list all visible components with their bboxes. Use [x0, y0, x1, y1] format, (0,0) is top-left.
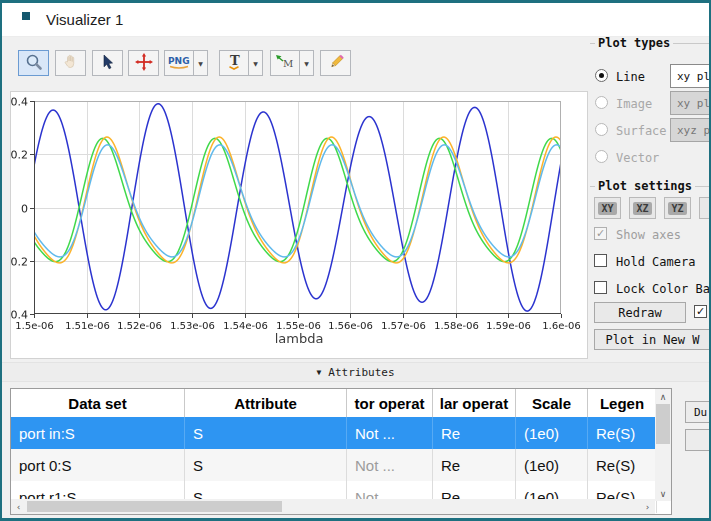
show-axes-label: Show axes — [616, 228, 681, 242]
x-axis-label: lambda — [11, 331, 587, 346]
scroll-down-arrow[interactable]: ∨ — [655, 486, 671, 501]
chevron-down-icon: ▼ — [253, 60, 258, 67]
table-cell: Re(S) — [588, 417, 657, 449]
export-png-dropdown[interactable]: ▼ — [193, 50, 208, 76]
pencil-icon — [327, 53, 345, 74]
table-cell: Re(S) — [588, 449, 657, 481]
plot-in-new-window-button[interactable]: Plot in New W — [594, 329, 711, 350]
zoom-extents-tool-button[interactable] — [128, 50, 159, 76]
radio-image — [595, 96, 608, 109]
table-cell: S — [185, 417, 347, 449]
text-tool-icon: T — [225, 53, 243, 74]
vertical-scroll-thumb[interactable] — [656, 404, 670, 444]
chevron-down-icon: ▼ — [304, 60, 309, 67]
table-vertical-scrollbar[interactable]: ∧ ∨ — [655, 389, 671, 501]
text-tool-button[interactable]: T — [219, 50, 249, 76]
plot-settings-group-label: Plot settings — [590, 179, 711, 193]
radio-line-label: Line — [616, 70, 645, 84]
attributes-toggle-bar[interactable]: ▼ Attributes — [2, 362, 709, 382]
attributes-table: Data setAttributetor operatlar operatSca… — [10, 388, 672, 515]
plot-types-group-label: Plot types — [590, 36, 711, 50]
svg-text:PNG: PNG — [168, 56, 190, 66]
table-header-row: Data setAttributetor operatlar operatSca… — [11, 389, 671, 417]
magnifier-icon — [24, 52, 44, 75]
radio-line[interactable] — [595, 69, 608, 82]
horizontal-scroll-thumb[interactable] — [27, 501, 282, 512]
hold-camera-label: Hold Camera — [616, 255, 695, 269]
table-cell: Not ... — [347, 417, 433, 449]
svg-text:M: M — [283, 58, 293, 69]
auto-redraw-checkbox[interactable]: ✓ — [694, 305, 707, 318]
table-cell: port in:S — [11, 417, 185, 449]
text-tool-dropdown[interactable]: ▼ — [248, 50, 263, 76]
visualizer-window: Visualizer 1 PNG ▼ T ▼ M ▼ lambda ▼ Attr… — [0, 0, 711, 521]
column-header[interactable]: Attribute — [185, 389, 347, 417]
radio-vector-label: Vector — [616, 151, 659, 165]
cursor-arrow-icon — [99, 53, 117, 74]
window-icon — [22, 12, 30, 20]
check-icon: ✓ — [696, 306, 705, 317]
hand-icon — [62, 53, 80, 74]
titlebar: Visualizer 1 — [2, 3, 709, 37]
radio-surface-label: Surface — [616, 124, 667, 138]
table-cell: Re — [433, 417, 516, 449]
red-cross-arrows-icon — [134, 52, 154, 75]
line-plot-combo[interactable]: xy plot — [670, 64, 711, 88]
radio-image-label: Image — [616, 97, 652, 111]
column-header[interactable]: lar operat — [433, 389, 516, 417]
chevron-down-icon: ▼ — [198, 60, 203, 67]
column-header[interactable]: Data set — [11, 389, 185, 417]
hold-camera-checkbox[interactable] — [594, 254, 607, 267]
yz-plane-button[interactable]: YZ — [664, 197, 691, 219]
column-header[interactable]: Scale — [516, 389, 588, 417]
table-horizontal-scrollbar[interactable]: ‹ › — [11, 499, 655, 514]
table-cell: S — [185, 449, 347, 481]
table-cell: (1e0) — [516, 449, 588, 481]
table-row[interactable]: port in:SSNot ...Re(1e0)Re(S) — [11, 417, 671, 449]
scroll-up-arrow[interactable]: ∧ — [655, 389, 671, 404]
surface-plot-combo: xyz plo — [670, 118, 711, 142]
marker-tool-dropdown[interactable]: ▼ — [299, 50, 314, 76]
radio-surface — [595, 123, 608, 136]
marker-tool-button[interactable]: M — [270, 50, 300, 76]
scroll-right-arrow[interactable]: › — [640, 499, 655, 514]
column-header[interactable]: Legen — [588, 389, 657, 417]
check-icon: ✓ — [596, 228, 605, 239]
table-row[interactable]: port 0:SSNot ...Re(1e0)Re(S) — [11, 449, 671, 481]
radio-vector — [595, 150, 608, 163]
png-export-icon: PNG — [167, 53, 191, 73]
export-png-button[interactable]: PNG — [164, 50, 194, 76]
image-plot-combo: xy plot — [670, 91, 711, 115]
table-cell: Not ... — [347, 449, 433, 481]
table-cell: Re — [433, 449, 516, 481]
svg-text:T: T — [230, 53, 240, 68]
pointer-tool-button[interactable] — [92, 50, 123, 76]
table-cell: (1e0) — [516, 417, 588, 449]
plot-panel: lambda — [10, 91, 588, 359]
edit-tool-button[interactable] — [320, 50, 351, 76]
collapse-triangle-icon: ▼ — [316, 368, 321, 377]
axes-lock-button-partial[interactable] — [699, 197, 711, 219]
lock-color-bar-label: Lock Color Bar — [616, 282, 711, 296]
column-header[interactable]: tor operat — [347, 389, 433, 417]
lock-color-bar-checkbox[interactable] — [594, 281, 607, 294]
zoom-tool-button[interactable] — [18, 50, 49, 76]
pan-tool-button — [55, 50, 86, 76]
show-axes-checkbox: ✓ — [594, 227, 607, 240]
duplicate-button[interactable]: Du — [685, 401, 711, 423]
xz-plane-button[interactable]: XZ — [629, 197, 656, 219]
scroll-left-arrow[interactable]: ‹ — [11, 499, 26, 514]
attributes-bar-label: Attributes — [328, 366, 394, 379]
window-title: Visualizer 1 — [46, 11, 123, 28]
redraw-button[interactable]: Redraw — [594, 302, 686, 323]
plot-canvas[interactable] — [11, 92, 587, 332]
table-cell: port 0:S — [11, 449, 185, 481]
xy-plane-button[interactable]: XY — [594, 197, 621, 219]
side-secondary-button[interactable] — [685, 429, 711, 451]
marker-tool-icon: M — [275, 54, 295, 73]
